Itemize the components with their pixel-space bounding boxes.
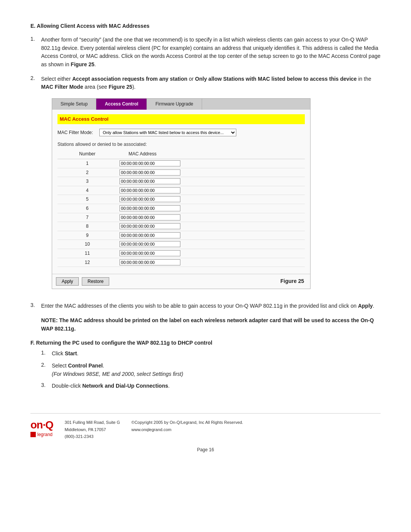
section-f-item1: 1. Click Start. bbox=[41, 350, 381, 358]
f-item3-text: Double-click Network and Dial-Up Connect… bbox=[52, 382, 381, 390]
page-number: Page 16 bbox=[30, 447, 381, 452]
mac-row-address-cell bbox=[117, 231, 305, 240]
mac-row-number: 9 bbox=[57, 231, 117, 240]
section-f-item3: 3. Double-click Network and Dial-Up Conn… bbox=[41, 382, 381, 390]
mac-row-address-cell bbox=[117, 213, 305, 222]
mac-row-number: 6 bbox=[57, 204, 117, 213]
mac-row-address-cell bbox=[117, 240, 305, 249]
mac-row-number: 5 bbox=[57, 195, 117, 204]
figure-box: Simple Setup Access Control Firmware Upg… bbox=[52, 98, 311, 289]
mac-input-field[interactable] bbox=[119, 259, 180, 265]
f-item3-number: 3. bbox=[41, 382, 52, 390]
item2-text: Select either Accept association request… bbox=[41, 75, 381, 296]
mac-row-address-cell bbox=[117, 159, 305, 168]
page-footer: on·Q legrand 301 Fulling Mill Road, Suit… bbox=[30, 413, 381, 440]
f-item1-text: Click Start. bbox=[52, 350, 381, 358]
mac-row-number: 11 bbox=[57, 249, 117, 258]
note-text: NOTE: The MAC address should be printed … bbox=[41, 317, 374, 332]
mac-row-number: 7 bbox=[57, 213, 117, 222]
item3-number: 3. bbox=[30, 302, 41, 310]
figure-nav-tabs: Simple Setup Access Control Firmware Upg… bbox=[52, 99, 310, 110]
section-e-item3: 3. Enter the MAC addresses of the client… bbox=[30, 302, 381, 310]
mac-row-number: 4 bbox=[57, 186, 117, 195]
mac-row-number: 1 bbox=[57, 159, 117, 168]
mac-row-address-cell bbox=[117, 249, 305, 258]
mac-input-field[interactable] bbox=[119, 250, 180, 256]
mac-input-field[interactable] bbox=[119, 169, 180, 176]
tab-simple-setup[interactable]: Simple Setup bbox=[52, 99, 96, 110]
footer-copyright: ©Copyright 2005 by On-Q/Legrand, Inc All… bbox=[131, 419, 243, 433]
filter-mode-select[interactable]: Only allow Stations with MAC listed belo… bbox=[99, 129, 236, 136]
tab-firmware-upgrade[interactable]: Firmware Upgrade bbox=[147, 99, 202, 110]
col-number: Number bbox=[57, 149, 117, 159]
item1-text: Another form of “security” (and the one … bbox=[41, 36, 381, 69]
f-item2-text: Select Control Panel. (For Windows 98SE,… bbox=[52, 362, 381, 378]
mac-input-field[interactable] bbox=[119, 196, 180, 202]
footer-address: 301 Fulling Mill Road, Suite G Middletow… bbox=[65, 419, 120, 440]
mac-table-row: 3 bbox=[57, 177, 305, 186]
filter-mode-row: MAC Filter Mode: Only allow Stations wit… bbox=[57, 129, 305, 136]
section-e-heading: E. Allowing Client Access with MAC Addre… bbox=[30, 23, 381, 29]
section-e-heading-text: E. Allowing Client Access with MAC Addre… bbox=[30, 23, 150, 29]
mac-row-number: 8 bbox=[57, 222, 117, 231]
section-f-item2: 2. Select Control Panel. (For Windows 98… bbox=[41, 362, 381, 378]
mac-table-row: 5 bbox=[57, 195, 305, 204]
mac-table-row: 6 bbox=[57, 204, 305, 213]
section-f: F. Returning the PC used to configure th… bbox=[30, 340, 381, 390]
col-mac-address: MAC Address bbox=[117, 149, 305, 159]
section-e-item1: 1. Another form of “security” (and the o… bbox=[30, 36, 381, 69]
mac-table-row: 9 bbox=[57, 231, 305, 240]
f-item2-number: 2. bbox=[41, 362, 52, 378]
mac-row-address-cell bbox=[117, 204, 305, 213]
mac-row-address-cell bbox=[117, 195, 305, 204]
mac-row-number: 12 bbox=[57, 258, 117, 267]
mac-table-row: 11 bbox=[57, 249, 305, 258]
mac-row-address-cell bbox=[117, 186, 305, 195]
figure-caption: Figure 25 bbox=[280, 277, 306, 286]
mac-input-field[interactable] bbox=[119, 241, 180, 247]
mac-table-row: 1 bbox=[57, 159, 305, 168]
restore-button[interactable]: Restore bbox=[82, 277, 109, 286]
mac-table-row: 4 bbox=[57, 186, 305, 195]
mac-input-field[interactable] bbox=[119, 223, 180, 229]
legrand-box-icon bbox=[30, 432, 36, 437]
mac-row-address-cell bbox=[117, 177, 305, 186]
mac-input-field[interactable] bbox=[119, 187, 180, 193]
tab-access-control[interactable]: Access Control bbox=[96, 99, 147, 110]
mac-row-address-cell bbox=[117, 222, 305, 231]
note-box: NOTE: The MAC address should be printed … bbox=[41, 316, 381, 333]
mac-table: Number MAC Address 123456789101112 bbox=[57, 149, 305, 267]
logo-legrand: legrand bbox=[30, 432, 53, 437]
mac-input-field[interactable] bbox=[119, 232, 180, 238]
figure-footer: Apply Restore Figure 25 bbox=[52, 274, 310, 289]
item1-number: 1. bbox=[30, 36, 41, 69]
mac-row-address-cell bbox=[117, 168, 305, 177]
mac-table-row: 12 bbox=[57, 258, 305, 267]
apply-button[interactable]: Apply bbox=[56, 277, 79, 286]
item1-bold-fig: Figure 25 bbox=[71, 61, 94, 67]
mac-input-field[interactable] bbox=[119, 214, 180, 220]
mac-row-number: 2 bbox=[57, 168, 117, 177]
section-f-heading: F. Returning the PC used to configure th… bbox=[30, 340, 381, 346]
mac-row-number: 3 bbox=[57, 177, 117, 186]
mac-input-field[interactable] bbox=[119, 205, 180, 211]
mac-table-row: 8 bbox=[57, 222, 305, 231]
figure-body: MAC Access Control MAC Filter Mode: Only… bbox=[52, 110, 310, 272]
section-e-item2: 2. Select either Accept association requ… bbox=[30, 75, 381, 296]
mac-row-number: 10 bbox=[57, 240, 117, 249]
stations-label: Stations allowed or denied to be associa… bbox=[57, 141, 305, 148]
mac-table-row: 7 bbox=[57, 213, 305, 222]
f-item1-number: 1. bbox=[41, 350, 52, 358]
item3-text: Enter the MAC addresses of the clients y… bbox=[41, 302, 381, 310]
mac-table-row: 10 bbox=[57, 240, 305, 249]
mac-access-control-title: MAC Access Control bbox=[57, 114, 305, 124]
mac-input-field[interactable] bbox=[119, 160, 180, 166]
footer-logo: on·Q legrand bbox=[30, 419, 53, 437]
item2-number: 2. bbox=[30, 75, 41, 296]
mac-table-row: 2 bbox=[57, 168, 305, 177]
mac-row-address-cell bbox=[117, 258, 305, 267]
mac-input-field[interactable] bbox=[119, 178, 180, 184]
filter-mode-label: MAC Filter Mode: bbox=[57, 129, 99, 136]
logo-onq: on·Q bbox=[30, 419, 53, 431]
